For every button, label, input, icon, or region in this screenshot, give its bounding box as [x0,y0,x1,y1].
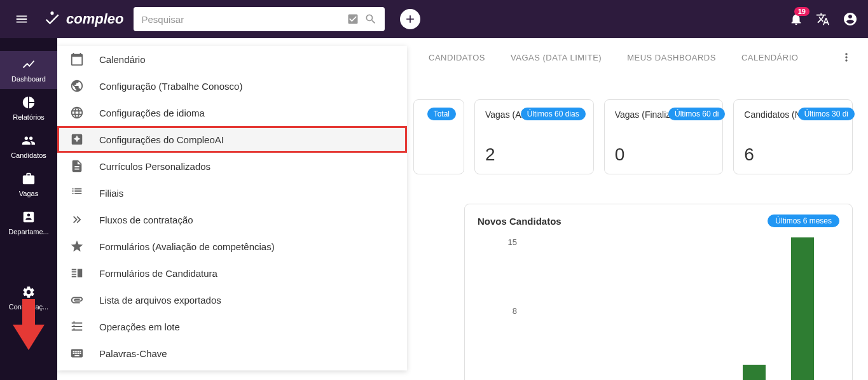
chart-badge: Últimos 6 meses [768,215,839,227]
menu-item-label: Formulários (Avaliação de competências) [99,241,275,252]
chart-y-axis: 15 8 [478,237,522,380]
menu-item[interactable]: Configuração (Trabalhe Conosco) [57,73,407,99]
menu-item-label: Fluxos de contratação [99,215,193,225]
account-button[interactable] [843,11,858,27]
list-icon [70,186,84,200]
card-badge: Últimos 30 di [798,108,855,120]
menu-item[interactable]: Lista de arquivos exportados [57,286,407,313]
attachment-icon [70,293,84,307]
sidebar-item-jobs[interactable]: Vagas [0,165,57,204]
tab-candidates[interactable]: CANDIDATOS [429,53,485,62]
add-button[interactable] [400,9,420,29]
app-header: compleo 19 [0,0,868,38]
logo-text: compleo [66,11,123,27]
search-container [134,7,385,31]
account-icon [843,11,858,27]
notifications-button[interactable]: 19 [789,12,803,26]
stat-card-partial[interactable]: Total [413,99,464,174]
card-badge: Últimos 60 dias [521,108,586,120]
stat-card-new-candidates[interactable]: Candidatos (Novos) Últimos 30 di 6 [733,99,853,174]
analytics-icon [22,57,36,71]
menu-item[interactable]: Currículos Personalizados [57,153,407,179]
tab-my-dashboards[interactable]: MEUS DASHBOARDS [627,53,716,62]
sidebar-item-label: Relatórios [13,113,45,121]
card-badge: Últimos 60 di [668,108,725,120]
menu-item-label: Lista de arquivos exportados [99,295,221,306]
card-badge: Total [427,108,456,120]
stat-card-closed-jobs[interactable]: Vagas (Finalizada) Últimos 60 di 0 [604,99,724,174]
sidebar-item-label: Vagas [19,190,38,197]
translate-icon [816,12,830,26]
card-value: 0 [615,144,713,165]
menu-item-label: Configurações de idioma [99,108,205,118]
globe-icon [70,79,84,93]
sidebar-item-reports[interactable]: Relatórios [0,89,57,127]
more-vert-icon [840,51,853,64]
batch-icon [70,320,84,334]
menu-item-label: Formulários de Candidatura [99,268,217,279]
form-icon [70,266,84,280]
menu-item[interactable]: Perfis de acesso [57,367,407,370]
chart-bar [743,365,766,380]
menu-item-label: Filiais [99,188,123,199]
notification-count-badge: 19 [794,7,809,16]
menu-item[interactable]: Formulários (Avaliação de competências) [57,233,407,260]
keyboard-icon [70,346,84,360]
main-content: CalendárioConfiguração (Trabalhe Conosco… [57,38,868,380]
header-right: 19 [789,11,858,27]
red-arrow-annotation [13,299,45,350]
translate-button[interactable] [816,12,830,26]
checkbox-icon[interactable] [347,13,359,25]
tab-jobs-deadline[interactable]: VAGAS (DATA LIMITE) [511,53,602,62]
menu-item[interactable]: Calendário [57,46,407,73]
menu-item-label: Currículos Personalizados [99,161,210,172]
flow-icon [70,213,84,227]
menu-item-label: Configuração (Trabalhe Conosco) [99,81,242,92]
people-icon [22,134,36,148]
search-input[interactable] [141,14,341,25]
menu-item[interactable]: Configurações de idioma [57,99,407,126]
menu-toggle-button[interactable] [10,8,33,31]
stat-card-open-jobs[interactable]: Vagas (Aberta) Últimos 60 dias 2 [474,99,594,174]
menu-item[interactable]: Filiais [57,179,407,206]
sidebar-item-departments[interactable]: Departame... [0,204,57,242]
menu-item-label: Operações em lote [99,321,180,332]
star-icon [70,239,84,253]
card-value: 6 [744,144,842,165]
search-icon[interactable] [364,13,377,25]
stat-cards-row: Total Vagas (Aberta) Últimos 60 dias 2 V… [413,99,853,174]
chart-header: Novos Candidatos Últimos 6 meses [478,215,839,227]
menu-item-label: Calendário [99,54,146,65]
menu-item[interactable]: Fluxos de contratação [57,206,407,233]
menu-item[interactable]: Configurações do CompleoAI [57,126,407,153]
chart-body: 15 8 [478,237,839,380]
chart-title: Novos Candidatos [478,216,561,227]
settings-popup-menu: CalendárioConfiguração (Trabalhe Conosco… [57,46,407,370]
contacts-icon [22,210,36,224]
tab-calendar[interactable]: CALENDÁRIO [741,53,799,62]
tabs-more-button[interactable] [840,51,853,64]
menu-item[interactable]: Palavras-Chave [57,340,407,367]
document-icon [70,159,84,173]
sidebar-item-candidates[interactable]: Candidatos [0,127,57,165]
language-icon [70,106,84,120]
menu-item[interactable]: Formulários de Candidatura [57,260,407,286]
ai-icon [70,132,84,146]
sidebar-item-label: Dashboard [11,75,46,83]
sidebar-item-label: Candidatos [11,151,46,159]
settings-icon [22,285,36,299]
menu-item[interactable]: Operações em lote [57,313,407,340]
card-value: 2 [485,144,583,165]
calendar-icon [70,52,84,66]
app-logo: compleo [43,10,123,28]
dashboard-tabs: CANDIDATOS VAGAS (DATA LIMITE) MEUS DASH… [413,38,868,64]
work-icon [22,172,36,186]
chart-card-new-candidates: Novos Candidatos Últimos 6 meses 15 8 [464,204,853,380]
sidebar-item-label: Departame... [8,228,49,236]
menu-item-label: Configurações do CompleoAI [99,134,224,145]
chart-bar [791,237,814,380]
logo-icon [43,10,61,28]
sidebar-item-dashboard[interactable]: Dashboard [0,51,57,89]
svg-point-0 [50,11,53,15]
y-tick: 15 [508,237,517,247]
